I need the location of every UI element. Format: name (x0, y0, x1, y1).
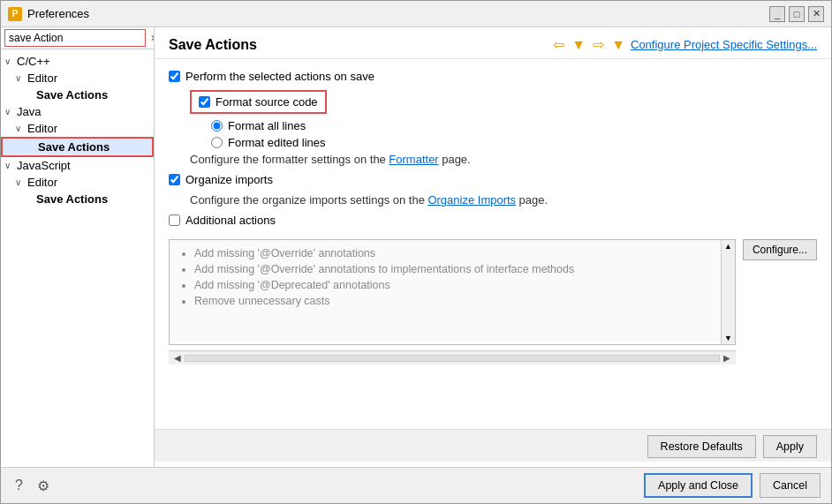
organize-imports-info-text: Configure the organize imports settings … (190, 193, 817, 207)
organize-imports-label[interactable]: Organize imports (185, 173, 273, 186)
format-edited-lines-radio[interactable] (211, 137, 223, 148)
formatter-info-suffix: page. (442, 153, 471, 166)
perform-on-save-checkbox[interactable] (169, 71, 180, 82)
tree-item-cpp[interactable]: ∨ C/C++ (1, 53, 154, 70)
list-item: Add missing '@Deprecated' annotations (194, 279, 724, 291)
horizontal-scrollbar[interactable]: ◀ ▶ (169, 350, 736, 365)
window-controls: _ □ ✕ (769, 6, 824, 22)
tree-item-java-editor[interactable]: ∨ Editor (1, 120, 154, 137)
settings-button[interactable]: ⚙ (34, 476, 53, 496)
additional-actions-label[interactable]: Additional actions (185, 214, 276, 227)
list-item: Add missing '@Override' annotations (194, 247, 724, 260)
tree-label-cpp-save-actions: Save Actions (36, 88, 108, 102)
help-button[interactable]: ? (11, 476, 26, 496)
tree-item-cpp-editor[interactable]: ∨ Editor (1, 70, 154, 87)
footer: ? ⚙ Apply and Close Cancel (1, 467, 831, 503)
organize-imports-link[interactable]: Organize Imports (427, 193, 516, 207)
expand-icon-java: ∨ (4, 107, 13, 117)
organize-imports-info-prefix: Configure the organize imports settings … (190, 193, 425, 207)
back-nav-button[interactable]: ⇦ (551, 36, 566, 53)
formatter-link[interactable]: Formatter (389, 153, 438, 166)
right-panel: Save Actions ⇦ ▼ ⇨ ▼ Configure Project S… (155, 27, 831, 467)
tree-item-javascript[interactable]: ∨ JavaScript (1, 157, 154, 174)
main-content: ✕ ∨ C/C++ ∨ Editor Save Actions ∨ (1, 27, 831, 467)
format-block: Format source code Format all lines Form… (190, 90, 817, 166)
apply-button[interactable]: Apply (763, 435, 817, 458)
expand-icon-java-editor: ∨ (15, 124, 24, 133)
additional-list[interactable]: Add missing '@Override' annotations Add … (169, 239, 736, 345)
hscroll-right-icon[interactable]: ▶ (720, 353, 734, 363)
format-source-code-highlight-box: Format source code (190, 90, 327, 114)
tree-item-java-save-actions[interactable]: Save Actions (1, 137, 154, 157)
format-all-lines-row: Format all lines Format edited lines (211, 119, 817, 149)
footer-right: Apply and Close Cancel (644, 473, 821, 498)
search-bar: ✕ (1, 27, 154, 49)
additional-actions-row: Additional actions (169, 214, 817, 227)
format-all-lines-label[interactable]: Format all lines (228, 119, 306, 132)
format-source-code-label[interactable]: Format source code (216, 95, 318, 109)
apply-close-button[interactable]: Apply and Close (644, 473, 753, 498)
close-button[interactable]: ✕ (808, 6, 824, 22)
scroll-up-icon[interactable]: ▲ (724, 242, 732, 251)
tree-label-javascript: JavaScript (17, 159, 71, 172)
hscroll-left-icon[interactable]: ◀ (170, 353, 185, 363)
format-all-lines-radio-row: Format all lines (211, 119, 817, 132)
perform-on-save-row: Perform the selected actions on save (169, 70, 817, 83)
forward-nav-button[interactable]: ⇨ (591, 36, 606, 53)
config-project-link[interactable]: Configure Project Specific Settings... (631, 38, 817, 51)
expand-icon-javascript: ∨ (4, 161, 13, 170)
configure-button[interactable]: Configure... (743, 239, 817, 260)
formatter-info-text: Configure the formatter settings on the … (190, 153, 817, 166)
tree-label-cpp-editor: Editor (27, 71, 57, 85)
panel-title: Save Actions (169, 37, 257, 53)
organize-imports-info-block: Configure the organize imports settings … (190, 193, 817, 207)
title-bar-left: P Preferences (8, 7, 89, 21)
formatter-info-prefix: Configure the formatter settings on the (190, 153, 386, 166)
title-bar: P Preferences _ □ ✕ (1, 1, 831, 27)
panel-header: Save Actions ⇦ ▼ ⇨ ▼ Configure Project S… (155, 27, 831, 59)
cancel-button[interactable]: Cancel (760, 473, 821, 498)
additional-list-items: Add missing '@Override' annotations Add … (180, 247, 724, 307)
panel-footer-top: Restore Defaults Apply (155, 429, 831, 462)
search-input[interactable] (4, 29, 146, 47)
tree: ∨ C/C++ ∨ Editor Save Actions ∨ Java ∨ (1, 49, 154, 467)
tree-item-js-save-actions[interactable]: Save Actions (1, 191, 154, 207)
tree-item-js-editor[interactable]: ∨ Editor (1, 174, 154, 191)
organize-imports-row: Organize imports (169, 173, 817, 186)
restore-defaults-button[interactable]: Restore Defaults (647, 435, 756, 458)
list-item: Add missing '@Override' annotations to i… (194, 263, 724, 275)
additional-list-container: Add missing '@Override' annotations Add … (169, 234, 736, 365)
format-edited-lines-label[interactable]: Format edited lines (228, 136, 326, 149)
scroll-down-icon[interactable]: ▼ (724, 334, 732, 342)
format-source-code-checkbox[interactable] (199, 96, 210, 108)
window-title: Preferences (27, 7, 89, 20)
dropdown2-nav-button[interactable]: ▼ (609, 37, 627, 53)
minimize-button[interactable]: _ (769, 6, 785, 22)
dropdown-nav-button[interactable]: ▼ (570, 37, 587, 53)
organize-imports-checkbox[interactable] (169, 174, 180, 185)
additional-actions-block: Add missing '@Override' annotations Add … (169, 234, 817, 365)
format-source-code-row: Format source code (199, 95, 318, 109)
tree-item-java[interactable]: ∨ Java (1, 103, 154, 120)
footer-left: ? ⚙ (11, 476, 53, 496)
app-icon: P (8, 7, 22, 21)
additional-actions-checkbox[interactable] (169, 214, 180, 226)
expand-icon-cpp-editor: ∨ (15, 73, 24, 83)
configure-btn-wrapper: Configure... (743, 234, 817, 260)
search-clear-icon[interactable]: ✕ (147, 32, 155, 45)
preferences-window: P Preferences _ □ ✕ ✕ ∨ C/C++ ∨ (0, 0, 832, 504)
panel-header-right: ⇦ ▼ ⇨ ▼ Configure Project Specific Setti… (551, 36, 817, 53)
hscroll-track (185, 355, 720, 362)
perform-on-save-label[interactable]: Perform the selected actions on save (185, 70, 374, 83)
list-item: Remove unnecessary casts (194, 295, 724, 307)
maximize-button[interactable]: □ (789, 6, 805, 22)
vertical-scrollbar[interactable]: ▲ ▼ (721, 240, 735, 344)
organize-imports-info-suffix: page. (519, 193, 548, 207)
tree-label-java-save-actions: Save Actions (38, 140, 110, 154)
panel-body: Perform the selected actions on save For… (155, 59, 831, 429)
expand-icon-js-editor: ∨ (15, 177, 24, 187)
tree-item-cpp-save-actions[interactable]: Save Actions (1, 87, 154, 103)
format-all-lines-radio[interactable] (211, 120, 223, 132)
expand-icon-cpp: ∨ (4, 56, 13, 66)
tree-label-cpp: C/C++ (17, 55, 50, 68)
